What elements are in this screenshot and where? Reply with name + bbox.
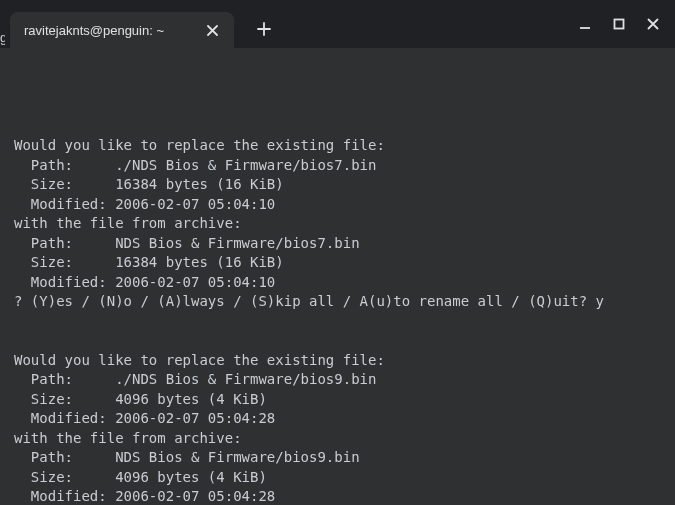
titlebar: ravitejaknts@penguin: ~ [0, 0, 675, 48]
window-controls [575, 14, 663, 34]
tab-terminal[interactable]: ravitejaknts@penguin: ~ [10, 12, 234, 48]
terminal-line: Modified: 2006-02-07 05:04:10 [14, 273, 661, 293]
terminal-output[interactable]: Would you like to replace the existing f… [0, 48, 675, 505]
terminal-line: Size: 4096 bytes (4 KiB) [14, 390, 661, 410]
minimize-button[interactable] [575, 14, 595, 34]
terminal-line: with the file from archive: [14, 429, 661, 449]
terminal-line: Path: NDS Bios & Firmware/bios9.bin [14, 448, 661, 468]
close-tab-icon[interactable] [204, 22, 220, 38]
edge-glimpse: g [0, 30, 5, 46]
svg-rect-0 [615, 20, 624, 29]
terminal-line [14, 312, 661, 332]
terminal-line: Modified: 2006-02-07 05:04:10 [14, 195, 661, 215]
terminal-line: Modified: 2006-02-07 05:04:28 [14, 487, 661, 505]
terminal-line: Path: ./NDS Bios & Firmware/bios7.bin [14, 156, 661, 176]
terminal-line: with the file from archive: [14, 214, 661, 234]
terminal-line [14, 331, 661, 351]
new-tab-button[interactable] [252, 17, 276, 41]
tab-title: ravitejaknts@penguin: ~ [24, 23, 164, 38]
terminal-line: Would you like to replace the existing f… [14, 136, 661, 156]
terminal-line: Modified: 2006-02-07 05:04:28 [14, 409, 661, 429]
terminal-line: Size: 4096 bytes (4 KiB) [14, 468, 661, 488]
terminal-line: Would you like to replace the existing f… [14, 351, 661, 371]
terminal-line: Path: NDS Bios & Firmware/bios7.bin [14, 234, 661, 254]
close-window-button[interactable] [643, 14, 663, 34]
terminal-line: Path: ./NDS Bios & Firmware/bios9.bin [14, 370, 661, 390]
maximize-button[interactable] [609, 14, 629, 34]
terminal-line: ? (Y)es / (N)o / (A)lways / (S)kip all /… [14, 292, 661, 312]
terminal-line: Size: 16384 bytes (16 KiB) [14, 175, 661, 195]
terminal-line [14, 97, 661, 117]
terminal-line: Size: 16384 bytes (16 KiB) [14, 253, 661, 273]
terminal-line [14, 117, 661, 137]
